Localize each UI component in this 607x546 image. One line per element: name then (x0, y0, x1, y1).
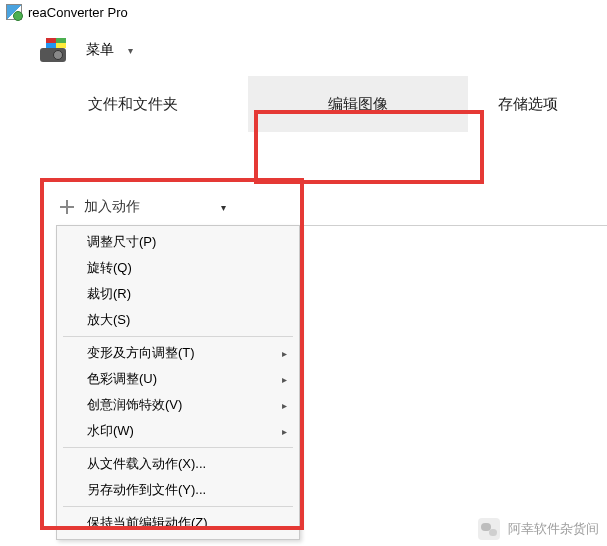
tabs: 文件和文件夹 编辑图像 存储选项 (0, 76, 607, 132)
menu-item-zoom[interactable]: 放大(S) (57, 307, 299, 333)
tab-label: 编辑图像 (328, 95, 388, 114)
attribution: 阿幸软件杂货间 (478, 518, 599, 540)
tab-label: 存储选项 (498, 95, 558, 114)
menu-item-color-adjust[interactable]: 色彩调整(U)▸ (57, 366, 299, 392)
menu-item-label: 放大(S) (87, 311, 130, 329)
title-bar: reaConverter Pro (0, 0, 607, 24)
menu-item-label: 水印(W) (87, 422, 134, 440)
chevron-right-icon: ▸ (282, 374, 287, 385)
menu-item-label: 创意润饰特效(V) (87, 396, 182, 414)
window-title: reaConverter Pro (28, 5, 128, 20)
menu-item-rotate[interactable]: 旋转(Q) (57, 255, 299, 281)
menu-button[interactable]: 菜单 (86, 41, 114, 59)
menu-item-watermark[interactable]: 水印(W)▸ (57, 418, 299, 444)
menu-item-crop[interactable]: 裁切(R) (57, 281, 299, 307)
divider (304, 225, 607, 226)
chevron-down-icon: ▾ (221, 202, 226, 213)
app-icon (6, 4, 22, 20)
menu-item-label: 保持当前编辑动作(Z) (87, 514, 208, 532)
menu-separator (63, 336, 293, 337)
menu-item-label: 裁切(R) (87, 285, 131, 303)
chevron-down-icon: ▾ (128, 45, 133, 56)
tab-save-options[interactable]: 存储选项 (468, 76, 588, 132)
menu-item-load-actions[interactable]: 从文件载入动作(X)... (57, 451, 299, 477)
tab-label: 文件和文件夹 (88, 95, 178, 114)
tab-edit-image[interactable]: 编辑图像 (248, 76, 468, 132)
menu-separator (63, 447, 293, 448)
menu-item-label: 旋转(Q) (87, 259, 132, 277)
menu-item-transform[interactable]: 变形及方向调整(T)▸ (57, 340, 299, 366)
menu-separator (63, 506, 293, 507)
chevron-right-icon: ▸ (282, 400, 287, 411)
menu-item-label: 变形及方向调整(T) (87, 344, 195, 362)
add-action-dropdown: 调整尺寸(P) 旋转(Q) 裁切(R) 放大(S) 变形及方向调整(T)▸ 色彩… (56, 225, 300, 540)
add-action-label: 加入动作 (84, 198, 140, 216)
menu-bar: 菜单 ▾ (0, 24, 607, 76)
menu-item-creative-effects[interactable]: 创意润饰特效(V)▸ (57, 392, 299, 418)
plus-icon (60, 200, 74, 214)
wechat-icon (478, 518, 500, 540)
menu-item-resize[interactable]: 调整尺寸(P) (57, 229, 299, 255)
menu-item-label: 色彩调整(U) (87, 370, 157, 388)
menu-item-label: 另存动作到文件(Y)... (87, 481, 206, 499)
attribution-text: 阿幸软件杂货间 (508, 520, 599, 538)
menu-item-keep-current[interactable]: 保持当前编辑动作(Z) (57, 510, 299, 536)
chevron-right-icon: ▸ (282, 348, 287, 359)
chevron-right-icon: ▸ (282, 426, 287, 437)
add-action-button[interactable]: 加入动作 ▾ (56, 192, 234, 222)
tab-files-folders[interactable]: 文件和文件夹 (18, 76, 248, 132)
menu-item-label: 调整尺寸(P) (87, 233, 156, 251)
menu-item-save-actions[interactable]: 另存动作到文件(Y)... (57, 477, 299, 503)
menu-icon (40, 38, 72, 62)
menu-item-label: 从文件载入动作(X)... (87, 455, 206, 473)
